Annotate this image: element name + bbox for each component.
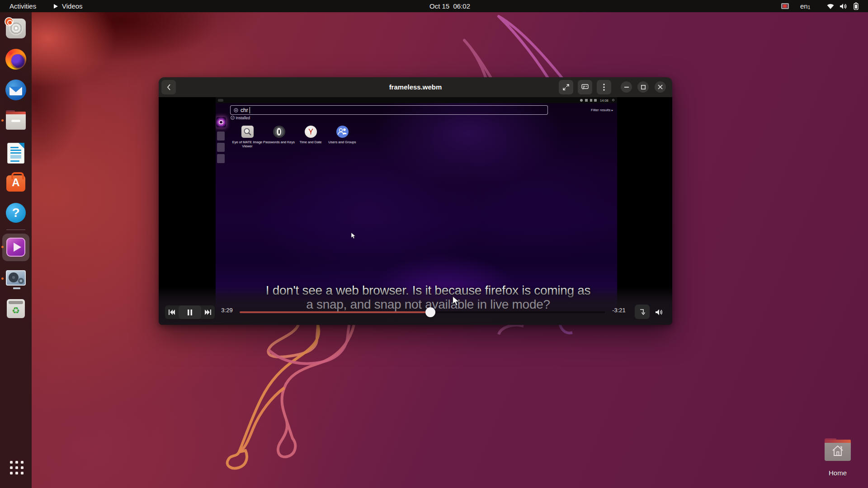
video-dock-icon xyxy=(217,131,225,141)
help-icon: ? xyxy=(6,203,26,223)
wifi-icon xyxy=(826,0,835,12)
video-installed-filter: Installed xyxy=(231,116,250,120)
window-title: frameless.webm xyxy=(159,77,672,97)
volume-icon xyxy=(840,0,847,12)
video-search-box: chr xyxy=(230,105,548,115)
window-headerbar[interactable]: frameless.webm xyxy=(159,77,672,97)
dock-item-trash[interactable]: ♻ xyxy=(5,298,27,319)
video-clock: 14:08 xyxy=(600,99,609,103)
thunderbird-icon xyxy=(5,80,26,100)
eye-of-mate-icon xyxy=(241,126,254,138)
video-app-time-date: Time and Date xyxy=(292,126,329,144)
activities-button[interactable]: Activities xyxy=(9,0,36,12)
seek-bar-progress xyxy=(240,311,430,313)
dock-item-firefox[interactable] xyxy=(5,48,27,70)
video-search-text: chr xyxy=(241,107,248,113)
home-folder-label: Home xyxy=(813,469,863,477)
dock-item-libreoffice-writer[interactable] xyxy=(5,141,27,162)
focused-app-indicator[interactable]: Videos xyxy=(54,0,83,12)
top-bar: Activities Videos Oct 15 06:02 en1 xyxy=(0,0,868,12)
video-display-area[interactable]: 14:08 chr I xyxy=(159,97,672,325)
menu-button[interactable] xyxy=(597,80,611,94)
video-text-cursor xyxy=(250,107,250,113)
firefox-icon xyxy=(5,49,26,70)
battery-icon xyxy=(854,0,859,12)
input-source-indicator[interactable]: en1 xyxy=(800,0,810,12)
close-button[interactable] xyxy=(655,81,666,93)
libreoffice-writer-icon xyxy=(7,143,24,164)
videos-icon xyxy=(6,238,25,257)
subtitles-button[interactable] xyxy=(578,80,592,94)
ubuntu-software-icon: A xyxy=(6,175,25,192)
videos-running-dot xyxy=(1,246,4,248)
minimize-button[interactable] xyxy=(621,81,632,93)
screen-share-icon xyxy=(781,0,789,12)
skip-to-button[interactable] xyxy=(635,305,650,319)
next-button[interactable] xyxy=(201,305,215,319)
time-and-date-icon xyxy=(305,126,317,138)
media-player-running-dot xyxy=(1,277,4,280)
video-desktop-topbar: 14:08 xyxy=(216,97,617,103)
trash-icon: ♻ xyxy=(7,299,25,318)
dock-item-videos[interactable] xyxy=(5,236,27,258)
dock-item-thunderbird[interactable] xyxy=(5,79,27,101)
passwords-and-keys-icon xyxy=(273,126,285,138)
files-icon xyxy=(6,113,26,130)
dock-item-help[interactable]: ? xyxy=(5,202,27,224)
elapsed-time: 3:29 xyxy=(217,307,237,314)
dock-item-ubuntu-installer[interactable] xyxy=(5,18,27,39)
video-dock-icon xyxy=(217,154,225,163)
files-running-dot xyxy=(1,119,4,122)
app-play-icon xyxy=(54,4,58,9)
ubuntu-installer-icon xyxy=(6,19,26,38)
fullscreen-button[interactable] xyxy=(559,80,573,94)
seek-bar-handle[interactable] xyxy=(425,307,435,317)
videos-window: frameless.webm xyxy=(159,77,672,325)
video-dock-icon xyxy=(217,143,225,152)
volume-button[interactable] xyxy=(652,305,666,319)
maximize-button[interactable] xyxy=(637,81,649,93)
subtitle-line-2: a snap, and snap not available in live m… xyxy=(171,297,672,312)
video-app-eye-of-mate: Eye of MATE ImageViewer xyxy=(229,126,265,148)
clock[interactable]: Oct 15 06:02 xyxy=(429,0,470,12)
back-button[interactable] xyxy=(161,80,176,94)
mouse-cursor xyxy=(452,296,460,306)
video-app-passwords: Passwords and Keys xyxy=(261,126,297,144)
dock-item-ubuntu-software[interactable]: A xyxy=(5,171,27,193)
dock-separator xyxy=(6,230,25,230)
video-software-icon xyxy=(216,117,226,127)
dock-item-files[interactable] xyxy=(5,110,27,131)
media-player-icon xyxy=(6,270,26,286)
video-mouse-cursor xyxy=(351,232,356,239)
pause-button[interactable] xyxy=(179,305,201,319)
users-and-groups-icon xyxy=(336,126,349,138)
previous-button[interactable] xyxy=(165,305,179,319)
seek-bar[interactable] xyxy=(240,311,605,313)
dock: A ? ♻ xyxy=(0,12,32,488)
playback-button-group xyxy=(165,305,215,319)
home-folder-icon[interactable] xyxy=(825,441,851,461)
show-applications-button[interactable] xyxy=(10,461,24,474)
remaining-time: -3:21 xyxy=(609,307,629,314)
video-filter-results: Filter results ▸ xyxy=(591,108,613,112)
dock-item-media-player[interactable] xyxy=(5,268,27,290)
video-app-users-groups: Users and Groups xyxy=(324,126,360,144)
desktop-wallpaper: Activities Videos Oct 15 06:02 en1 xyxy=(0,0,868,488)
